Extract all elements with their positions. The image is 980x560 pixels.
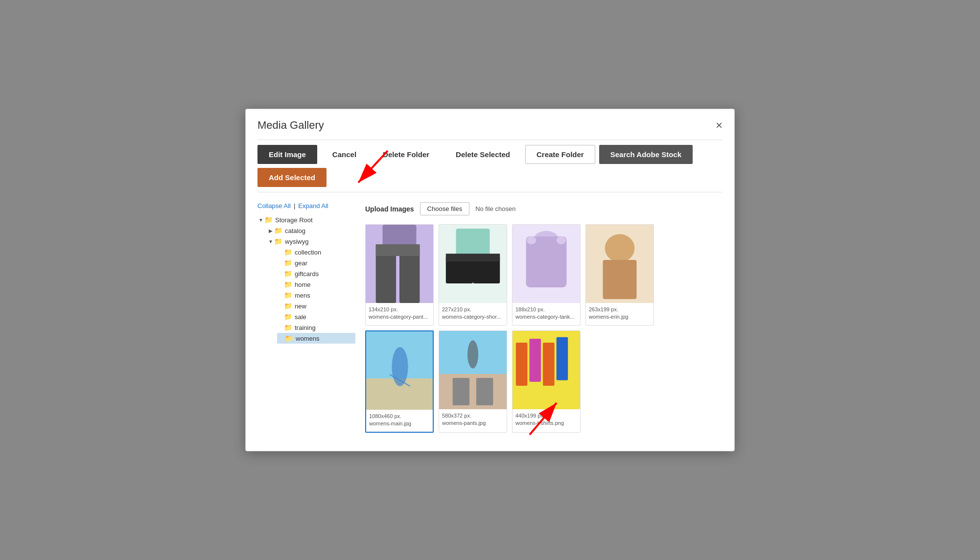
svg-rect-13 (446, 254, 500, 261)
svg-rect-21 (603, 260, 637, 299)
folder-icon-new: 📁 (284, 302, 292, 310)
folder-icon-collection: 📁 (284, 248, 292, 256)
tree-item-sale[interactable]: 📁sale (277, 311, 355, 322)
folder-icon-womens: 📁 (285, 334, 293, 342)
svg-rect-33 (516, 343, 527, 386)
choose-files-button[interactable]: Choose files (420, 202, 470, 215)
image-filename-6: womens-pants.jpg (442, 420, 504, 427)
image-card-7[interactable]: 440x199 px.womens-t-shirts.png (512, 330, 581, 433)
image-filename-4: womens-erin.jpg (589, 313, 651, 321)
content-area: Collapse All | Expand All ▼📁Storage Root… (257, 202, 723, 433)
image-info-5: 1080x460 px.womens-main.jpg (366, 410, 433, 432)
svg-point-17 (527, 236, 536, 244)
tree-item-Storage Root[interactable]: ▼📁Storage Root (257, 214, 355, 225)
tree-label-sale: sale (295, 313, 306, 321)
folder-icon-catalog: 📁 (274, 227, 282, 234)
folder-icon-mens: 📁 (284, 291, 292, 299)
image-placeholder-4 (586, 225, 653, 303)
image-placeholder-6 (439, 331, 507, 409)
modal-title: Media Gallery (257, 119, 324, 132)
tree-label-catalog: catalog (285, 227, 305, 234)
images-grid: 134x210 px.womens-category-pant... 227x2… (365, 224, 723, 433)
folder-icon-Storage Root: 📁 (264, 216, 273, 224)
image-info-2: 227x210 px.womens-category-shor... (439, 303, 507, 325)
svg-rect-36 (557, 337, 568, 380)
tree-item-home[interactable]: 📁home (277, 279, 355, 290)
tree-item-new[interactable]: 📁new (277, 301, 355, 311)
svg-point-29 (467, 340, 478, 369)
image-dimensions-1: 134x210 px. (369, 306, 430, 313)
svg-rect-30 (453, 378, 470, 405)
tree-item-gear[interactable]: 📁gear (277, 257, 355, 268)
folder-icon-training: 📁 (284, 324, 292, 331)
svg-rect-34 (530, 339, 541, 382)
image-placeholder-5 (366, 331, 434, 410)
modal-header: Media Gallery × (257, 119, 723, 132)
close-button[interactable]: × (716, 119, 723, 131)
folder-icon-sale: 📁 (284, 313, 292, 321)
tree-label-Storage Root: Storage Root (275, 216, 313, 224)
tree-label-new: new (295, 303, 306, 310)
sidebar-links: Collapse All | Expand All (257, 202, 355, 210)
image-filename-2: womens-category-shor... (442, 313, 504, 321)
image-placeholder-2 (439, 225, 507, 303)
tree-label-womens: womens (296, 335, 319, 342)
upload-row: Upload Images Choose files No file chose… (365, 202, 723, 215)
svg-rect-31 (476, 378, 493, 405)
image-info-4: 263x199 px.womens-erin.jpg (586, 303, 653, 325)
tree-label-training: training (295, 324, 316, 331)
edit-image-button[interactable]: Edit Image (257, 145, 317, 164)
image-card-2[interactable]: 227x210 px.womens-category-shor... (439, 224, 507, 326)
add-selected-button[interactable]: Add Selected (257, 168, 327, 187)
tree-item-wysiwyg[interactable]: ▼📁wysiwyg (267, 236, 355, 247)
image-info-7: 440x199 px.womens-t-shirts.png (513, 409, 580, 431)
upload-label: Upload Images (365, 205, 414, 213)
image-info-1: 134x210 px.womens-category-pant... (366, 303, 433, 325)
image-filename-3: womens-category-tank... (515, 313, 577, 321)
collapse-all-link[interactable]: Collapse All (257, 202, 291, 210)
image-dimensions-2: 227x210 px. (442, 306, 504, 313)
create-folder-button[interactable]: Create Folder (525, 145, 595, 164)
tree-item-catalog[interactable]: ▶📁catalog (267, 225, 355, 236)
tree-label-giftcards: giftcards (295, 270, 319, 278)
media-gallery-modal: Media Gallery × Edit Image Cancel Delete… (245, 109, 735, 451)
image-dimensions-3: 188x210 px. (515, 306, 577, 313)
tree-item-giftcards[interactable]: 📁giftcards (277, 268, 355, 279)
sidebar-separator: | (294, 202, 295, 210)
image-dimensions-6: 580x372 px. (442, 412, 504, 420)
cancel-button[interactable]: Cancel (321, 145, 368, 164)
tree-label-home: home (295, 281, 311, 288)
image-card-4[interactable]: 263x199 px.womens-erin.jpg (585, 224, 654, 326)
tree-arrow-catalog: ▶ (267, 228, 274, 233)
image-card-3[interactable]: 188x210 px.womens-category-tank... (512, 224, 581, 326)
no-file-text: No file chosen (475, 205, 515, 212)
sidebar: Collapse All | Expand All ▼📁Storage Root… (257, 202, 355, 433)
tree-label-gear: gear (295, 259, 307, 267)
folder-icon-gear: 📁 (284, 259, 292, 267)
image-filename-7: womens-t-shirts.png (515, 420, 577, 427)
image-placeholder-1 (366, 225, 433, 303)
image-card-1[interactable]: 134x210 px.womens-category-pant... (365, 224, 434, 326)
tree-arrow-Storage Root: ▼ (257, 217, 264, 223)
image-dimensions-5: 1080x460 px. (369, 413, 430, 420)
svg-point-22 (607, 234, 632, 259)
delete-selected-button[interactable]: Delete Selected (444, 145, 521, 164)
tree-item-womens[interactable]: 📁womens (277, 333, 355, 344)
image-filename-1: womens-category-pant... (369, 313, 430, 321)
toolbar: Edit Image Cancel Delete Folder Delete S… (257, 140, 723, 192)
tree-item-training[interactable]: 📁training (277, 322, 355, 333)
tree-item-collection[interactable]: 📁collection (277, 247, 355, 257)
tree-arrow-wysiwyg: ▼ (267, 239, 274, 244)
image-filename-5: womens-main.jpg (369, 420, 430, 427)
folder-icon-giftcards: 📁 (284, 270, 292, 278)
image-dimensions-4: 263x199 px. (589, 306, 651, 313)
tree-item-mens[interactable]: 📁mens (277, 290, 355, 301)
svg-point-18 (557, 236, 566, 244)
search-adobe-stock-button[interactable]: Search Adobe Stock (599, 145, 693, 164)
svg-rect-8 (376, 244, 420, 256)
image-card-6[interactable]: 580x372 px.womens-pants.jpg (439, 330, 507, 433)
expand-all-link[interactable]: Expand All (298, 202, 328, 210)
image-placeholder-3 (513, 225, 580, 303)
delete-folder-button[interactable]: Delete Folder (372, 145, 441, 164)
image-card-5[interactable]: 1080x460 px.womens-main.jpg (365, 330, 434, 433)
